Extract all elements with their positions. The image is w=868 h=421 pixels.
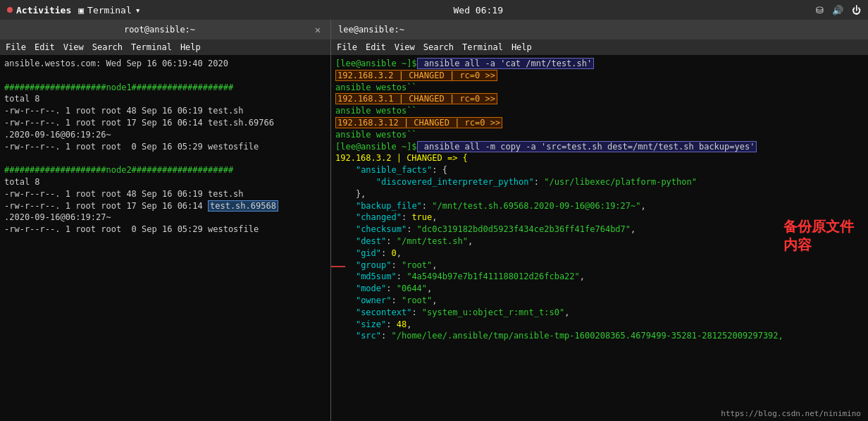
right-line-changed3: 192.168.3.12 | CHANGED | rc=0 >> (335, 117, 864, 129)
chinese-annotation: 备份原文件内容 (783, 217, 854, 254)
right-line-result2: "ansible_facts": { (335, 164, 864, 176)
right-line-result10: "group": "root", (335, 260, 864, 271)
left-line-8: -rw-r--r--. 1 root root 0 Sep 16 05:29 w… (4, 141, 326, 153)
topbar-datetime: Wed 06:19 (454, 5, 503, 16)
right-line-prompt2: [lee@ansible ~]$ ansible all -m copy -a … (335, 141, 864, 153)
right-line-result3: "discovered_interpreter_python": "/usr/l… (335, 176, 864, 188)
left-line-7: .2020-09-16@06:19:26~ (4, 129, 326, 141)
right-terminal-menubar: File Edit View Search Terminal Help (331, 39, 868, 55)
left-menu-file[interactable]: File (6, 42, 26, 52)
left-terminal-titlebar: root@ansible:~ ✕ (0, 20, 330, 39)
right-terminal-body[interactable]: [lee@ansible ~]$ ansible all -a 'cat /mn… (331, 55, 868, 421)
right-menu-search[interactable]: Search (423, 42, 454, 52)
right-line-changed2: 192.168.3.1 | CHANGED | rc=0 >> (335, 93, 864, 105)
terminal-tab-arrow: ▾ (135, 5, 141, 16)
right-line-out2: ansible westos`` (335, 105, 864, 117)
left-terminal-title: root@ansible:~ (124, 25, 195, 35)
terminal-tab[interactable]: ▣ Terminal ▾ (78, 5, 140, 16)
left-line-11: total 8 (4, 176, 326, 188)
left-menu-terminal[interactable]: Terminal (131, 42, 172, 52)
activities-label: Activities (16, 5, 71, 16)
right-line-result14: "secontext": "system_u:object_r:mnt_t:s0… (335, 307, 864, 319)
topbar: Activities ▣ Terminal ▾ Wed 06:19 ⛁ 🔊 ⏻ (0, 0, 868, 20)
right-line-out1: ansible westos`` (335, 82, 864, 94)
right-menu-view[interactable]: View (395, 42, 415, 52)
power-icon[interactable]: ⏻ (852, 5, 861, 16)
right-line-result15: "size": 48, (335, 319, 864, 331)
activities-dot (7, 7, 13, 13)
right-menu-terminal[interactable]: Terminal (462, 42, 503, 52)
left-line-10: ####################node2###############… (4, 164, 326, 176)
left-menu-view[interactable]: View (63, 42, 84, 52)
main-area: root@ansible:~ ✕ File Edit View Search T… (0, 20, 868, 421)
left-terminal: root@ansible:~ ✕ File Edit View Search T… (0, 20, 331, 421)
left-menu-search[interactable]: Search (92, 42, 123, 52)
left-terminal-close-button[interactable]: ✕ (312, 24, 323, 35)
left-menu-edit[interactable]: Edit (35, 42, 55, 52)
arrow-indicator (331, 260, 345, 274)
left-menu-help[interactable]: Help (180, 42, 201, 52)
left-line-4: total 8 (4, 93, 326, 105)
right-line-result1: 192.168.3.2 | CHANGED => { (335, 152, 864, 164)
right-line-out3: ansible westos`` (335, 129, 864, 141)
left-line-13: -rw-r--r--. 1 root root 17 Sep 16 06:14 … (4, 200, 326, 212)
right-line-result12: "mode": "0644", (335, 283, 864, 295)
left-line-1: ansible.westos.com: Wed Sep 16 06:19:40 … (4, 58, 326, 70)
volume-icon: 🔊 (832, 5, 843, 16)
right-menu-edit[interactable]: Edit (366, 42, 386, 52)
left-line-5: -rw-r--r--. 1 root root 48 Sep 16 06:19 … (4, 105, 326, 117)
right-line-result11: "md5sum": "4a5494b97e7b1f411188012d26fcb… (335, 271, 864, 283)
right-terminal: lee@ansible:~ File Edit View Search Term… (331, 20, 868, 421)
left-line-2 (4, 70, 326, 82)
topbar-left: Activities ▣ Terminal ▾ (7, 5, 141, 16)
left-line-6: -rw-r--r--. 1 root root 17 Sep 16 06:14 … (4, 117, 326, 129)
left-line-9 (4, 152, 326, 164)
right-line-result13: "owner": "root", (335, 295, 864, 307)
left-line-3: ####################node1###############… (4, 82, 326, 94)
right-line-changed1: 192.168.3.2 | CHANGED | rc=0 >> (335, 70, 864, 82)
right-menu-file[interactable]: File (337, 42, 357, 52)
network-icon: ⛁ (816, 5, 824, 16)
right-line-prompt1: [lee@ansible ~]$ ansible all -a 'cat /mn… (335, 58, 864, 70)
activities-button[interactable]: Activities (7, 5, 71, 16)
terminal-tab-icon: ▣ (78, 5, 84, 16)
right-terminal-title: lee@ansible:~ (338, 25, 404, 35)
left-line-14: .2020-09-16@06:19:27~ (4, 212, 326, 224)
left-line-12: -rw-r--r--. 1 root root 48 Sep 16 06:19 … (4, 188, 326, 200)
right-menu-help[interactable]: Help (512, 42, 532, 52)
topbar-right: ⛁ 🔊 ⏻ (816, 5, 861, 16)
right-line-result4: }, (335, 188, 864, 200)
left-terminal-body[interactable]: ansible.westos.com: Wed Sep 16 06:19:40 … (0, 55, 330, 421)
terminal-tab-label: Terminal (87, 5, 132, 16)
right-line-result16: "src": "/home/lee/.ansible/tmp/ansible-t… (335, 330, 864, 342)
left-terminal-menubar: File Edit View Search Terminal Help (0, 39, 330, 55)
right-terminal-titlebar: lee@ansible:~ (331, 20, 868, 39)
bottom-link: https://blog.csdn.net/ninimino (721, 409, 861, 418)
right-line-result5: "backup_file": "/mnt/test.sh.69568.2020-… (335, 200, 864, 212)
left-line-15: -rw-r--r--. 1 root root 0 Sep 16 05:29 w… (4, 224, 326, 236)
